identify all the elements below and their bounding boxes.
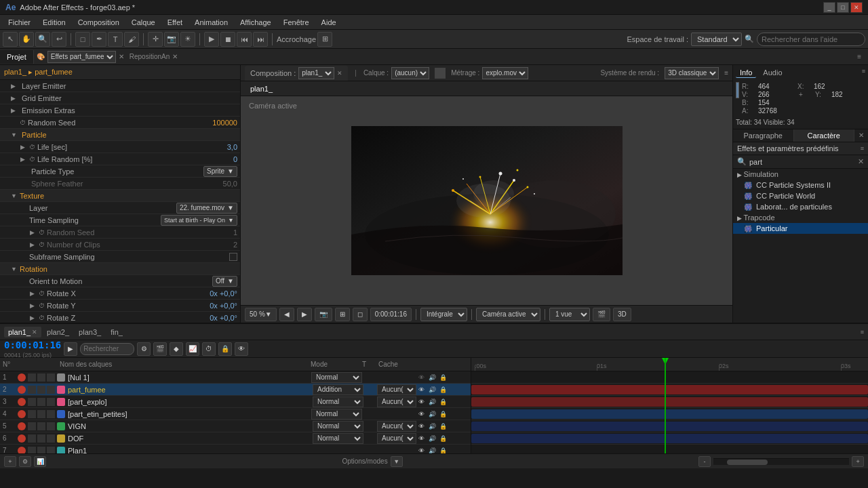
caractere-tab[interactable]: Caractère [794,129,855,142]
menu-item-edition[interactable]: Edition [37,17,71,28]
tl-play-btn[interactable]: ▶ [64,342,77,356]
layer-audio-btn[interactable] [28,447,36,454]
layer-solo-btn[interactable] [37,398,45,406]
layer-icon-lock[interactable]: 🔒 [438,422,448,431]
prop-number-of-clips[interactable]: ▶ ⏱ Number of Clips 2 [0,239,240,251]
layer-icon-lock[interactable]: 🔒 [438,409,448,419]
prop-rotate-x[interactable]: ▶ ⏱ Rotate X 0x +0,0° [0,287,240,300]
timeline-tab-plan1[interactable]: plan1_ ✕ [4,327,41,338]
subframe-checkbox[interactable] [229,253,237,261]
effects-cat-simulation[interactable]: Simulation [733,169,868,180]
layer-icon-audio[interactable]: 🔊 [427,446,437,454]
effects-search-bar[interactable]: 🔍 ✕ [733,155,868,169]
tl-graph-btn[interactable]: 📈 [186,342,199,356]
layer-icon-audio[interactable]: 🔊 [427,434,437,443]
workspace-select[interactable]: Standard [691,33,742,46]
layer-select[interactable]: (aucun) [391,67,429,79]
prop-orient-to-motion[interactable]: Orient to Motion Off ▼ [0,275,240,287]
audio-tab[interactable]: Audio [759,68,786,78]
quality-select[interactable]: Intégrale Moitié [420,308,467,321]
transport-next[interactable]: ⏭ [253,32,268,47]
prop-sphere-feather[interactable]: Sphere Feather 50,0 [0,178,240,190]
prop-random-seed[interactable]: ⏱ Random Seed 100000 [0,117,240,129]
prop-time-sampling[interactable]: Time Sampling Start at Birth - Play On ▼ [0,214,240,226]
track-bar-4[interactable] [471,409,868,419]
layer-icon-lock[interactable]: 🔒 [438,434,448,443]
layer-icon-lock[interactable]: 🔒 [438,446,448,454]
timeline-search[interactable] [80,343,134,355]
track-bar-6[interactable] [471,434,868,443]
layer-row-3[interactable]: 3 [part_explo] Normal Aucun(e) 👁 🔊 🔒 [0,396,471,408]
layer-lock-btn[interactable] [47,373,55,382]
layer-lock-btn[interactable] [47,434,55,443]
tool-rect[interactable]: □ [75,32,90,47]
layer-row-5[interactable]: 5 VIGN Normal Aucun(e) 👁 🔊 🔒 [0,420,471,432]
maximize-button[interactable]: □ [837,2,849,13]
panel-menu-btn[interactable]: ≡ [853,53,865,60]
tool-brush[interactable]: 🖌 [124,32,139,47]
layer-vis-btn[interactable] [18,447,26,454]
info-panel-menu[interactable]: ≡ [862,68,865,78]
menu-item-composition[interactable]: Composition [73,17,125,28]
layer-mode-select[interactable]: Normal [313,396,363,407]
tool-camera[interactable]: 📷 [164,32,179,47]
layer-audio-btn[interactable] [28,373,36,382]
timeline-scrollbar[interactable] [713,458,849,465]
layer-solo-btn[interactable] [37,373,45,382]
reposition-tab[interactable]: RepositionAn [130,53,170,60]
layer-vis-btn[interactable] [18,373,26,382]
effects-layer-select[interactable]: Effets part_fumee [47,51,116,63]
layer-icon-lock[interactable]: 🔒 [438,373,448,382]
layer-solo-btn[interactable] [37,447,45,454]
layer-lock-btn[interactable] [47,447,55,454]
prop-emission-extras[interactable]: ▶ Emission Extras [0,104,240,117]
char-close-btn[interactable]: ✕ [854,129,868,142]
layer-cache-select[interactable]: Aucun(e) [377,396,416,407]
layer-cache-select[interactable]: Aucun(e) [377,433,416,444]
bb-settings-btn[interactable]: ⚙ [19,456,31,467]
layer-audio-btn[interactable] [28,410,36,418]
timeline-tab-plan3[interactable]: plan3_ [75,327,105,338]
tl-settings-btn[interactable]: ⚙ [137,342,151,356]
layer-icon-eye[interactable]: 👁 [416,434,426,443]
bb-add-btn[interactable]: + [4,456,16,467]
render-btn[interactable]: 🎬 [593,308,610,321]
tl-eye-btn[interactable]: 👁 [235,342,248,356]
tool-anchor[interactable]: ✛ [148,32,163,47]
camera-select[interactable]: Caméra active [476,308,540,321]
effects-presets-menu[interactable]: ≡ [861,145,864,152]
layer-vis-btn[interactable] [18,386,26,394]
layer-lock-btn[interactable] [47,410,55,418]
menu-item-fenêtre[interactable]: Fenêtre [278,17,315,28]
layer-vis-btn[interactable] [18,398,26,406]
layer-audio-btn[interactable] [28,422,36,430]
reposition-close[interactable]: ✕ [172,53,178,60]
layer-mode-select[interactable]: Addition Normal [313,384,363,395]
effects-item-laborat-particules[interactable]: 🎆 Laborat... de particules [733,201,868,212]
transport-play[interactable]: ▶ [204,32,219,47]
prop-random-seed-2[interactable]: ▶ ⏱ Random Seed 1 [0,226,240,239]
prop-texture[interactable]: ▼ Texture [0,190,240,202]
views-select[interactable]: 1 vue 2 vues [549,308,590,321]
layer-icon-audio[interactable]: 🔊 [427,397,437,407]
menu-item-animation[interactable]: Animation [189,17,233,28]
prop-rotate-y[interactable]: ▶ ⏱ Rotate Y 0x +0,0° [0,300,240,312]
frame-back-btn[interactable]: ◀ [279,308,294,321]
prop-layer[interactable]: Layer 22. fumee.mov ▼ [0,202,240,214]
tool-arrow[interactable]: ↖ [3,32,18,47]
timeline-tab-plan2[interactable]: plan2_ [43,327,73,338]
comp-select[interactable]: plan1_ [298,67,334,79]
prop-rotate-z[interactable]: ▶ ⏱ Rotate Z 0x +0,0° [0,312,240,323]
layer-icon-eye[interactable]: 👁 [416,385,426,394]
timeline-tab-fin[interactable]: fin_ [106,327,127,338]
help-search[interactable] [757,33,865,46]
tool-hand[interactable]: ✋ [19,32,34,47]
menu-item-aide[interactable]: Aide [316,17,342,28]
track-bar-3[interactable] [471,397,868,407]
safe-area-btn[interactable]: ◻ [353,308,368,321]
prop-particle[interactable]: ▼ Particle [0,129,240,141]
layer-cache-select[interactable]: Aucun(e) [377,384,416,395]
layer-lock-btn[interactable] [47,386,55,394]
scrollbar-thumb[interactable] [727,460,768,465]
layer-mode-select[interactable]: Normal [311,409,362,420]
